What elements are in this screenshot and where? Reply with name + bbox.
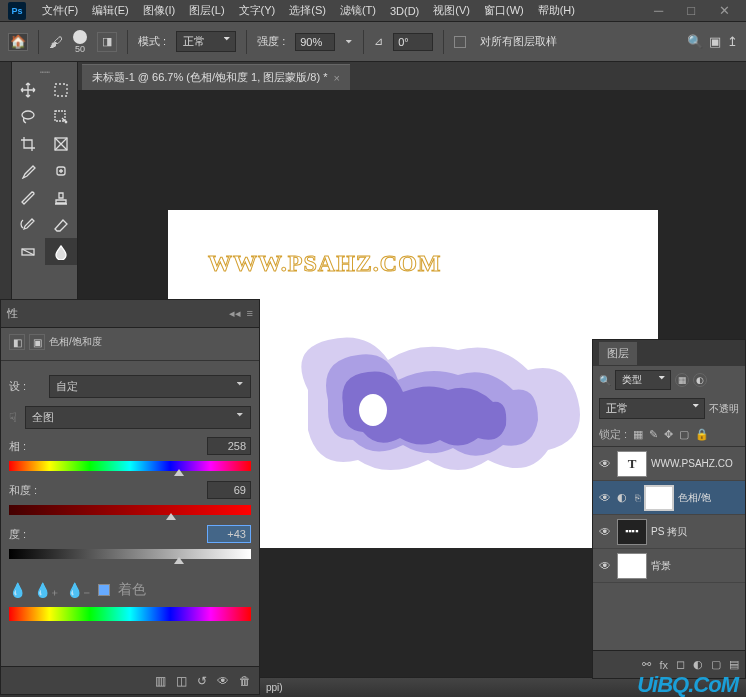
layer-name[interactable]: PS 拷贝 — [651, 525, 687, 539]
link-layers-icon[interactable]: ⚯ — [642, 658, 651, 671]
toolbox-grip[interactable]: ┅┅ — [12, 68, 77, 76]
svg-point-6 — [359, 394, 387, 426]
blur-tool[interactable] — [45, 238, 78, 265]
lightness-value[interactable]: +43 — [207, 525, 251, 543]
visibility-toggle[interactable]: 👁 — [597, 525, 613, 539]
delete-adjustment-icon[interactable]: 🗑 — [239, 674, 251, 688]
new-layer-icon[interactable]: ▤ — [729, 658, 739, 671]
strength-dropdown-icon[interactable]: ⏷ — [345, 37, 353, 46]
colorize-checkbox[interactable] — [98, 584, 110, 596]
layer-row[interactable]: 👁 背景 — [593, 549, 745, 583]
layer-row[interactable]: 👁 ◐ ⎘ 色相/饱 — [593, 481, 745, 515]
properties-tab[interactable]: 性 — [7, 306, 18, 321]
layer-name[interactable]: 背景 — [651, 559, 671, 573]
toggle-visibility-icon[interactable]: 👁 — [217, 674, 229, 688]
visibility-toggle[interactable]: 👁 — [597, 491, 613, 505]
layer-mask-thumb[interactable] — [644, 485, 674, 511]
visibility-toggle[interactable]: 👁 — [597, 457, 613, 471]
new-adjustment-icon[interactable]: ◐ — [693, 658, 703, 671]
eyedropper-sub-icon[interactable]: 💧₋ — [66, 582, 90, 598]
lock-position-icon[interactable]: ✥ — [664, 428, 673, 441]
lasso-tool[interactable] — [12, 103, 45, 130]
frame-tool[interactable] — [45, 130, 78, 157]
panel-menu-icon[interactable]: ≡ — [247, 307, 253, 320]
share-icon[interactable]: ↥ — [727, 34, 738, 49]
preset-dropdown[interactable]: 自定 — [49, 375, 251, 398]
move-tool[interactable] — [12, 76, 45, 103]
saturation-slider[interactable] — [9, 503, 251, 523]
link-icon[interactable]: ⎘ — [635, 493, 640, 503]
menu-view[interactable]: 视图(V) — [427, 1, 476, 20]
saturation-value[interactable]: 69 — [207, 481, 251, 499]
eyedropper-set-icon[interactable]: 💧 — [9, 582, 26, 598]
menu-select[interactable]: 选择(S) — [283, 1, 332, 20]
menu-window[interactable]: 窗口(W) — [478, 1, 530, 20]
menu-3d[interactable]: 3D(D) — [384, 3, 425, 19]
quick-select-tool[interactable] — [45, 103, 78, 130]
brush-preset-picker[interactable]: 50 — [73, 30, 87, 54]
menu-help[interactable]: 帮助(H) — [532, 1, 581, 20]
layer-name[interactable]: 色相/饱 — [678, 491, 711, 505]
lock-pixels-icon[interactable]: ▦ — [633, 428, 643, 441]
gradient-tool[interactable] — [12, 238, 45, 265]
strength-input[interactable]: 90% — [295, 33, 335, 51]
eraser-tool[interactable] — [45, 211, 78, 238]
healing-tool[interactable] — [45, 157, 78, 184]
range-dropdown[interactable]: 全图 — [25, 406, 251, 429]
crop-tool[interactable] — [12, 130, 45, 157]
close-tab-icon[interactable]: × — [334, 72, 340, 84]
new-group-icon[interactable]: ▢ — [711, 658, 721, 671]
menu-image[interactable]: 图像(I) — [137, 1, 181, 20]
sample-all-checkbox[interactable] — [454, 36, 466, 48]
lightness-slider[interactable] — [9, 547, 251, 567]
brush-tool[interactable] — [12, 184, 45, 211]
home-button[interactable]: 🏠 — [8, 33, 28, 51]
filter-adjust-icon[interactable]: ◐ — [693, 373, 707, 387]
layer-row[interactable]: 👁 T WWW.PSAHZ.CO — [593, 447, 745, 481]
angle-icon: ⊿ — [374, 35, 383, 48]
document-tab[interactable]: 未标题-1 @ 66.7% (色相/饱和度 1, 图层蒙版/8) * × — [82, 64, 350, 90]
maximize-button[interactable]: □ — [679, 1, 703, 20]
reset-icon[interactable]: ↺ — [197, 674, 207, 688]
history-brush-tool[interactable] — [12, 211, 45, 238]
clip-icon[interactable]: ▥ — [155, 674, 166, 688]
menu-edit[interactable]: 编辑(E) — [86, 1, 135, 20]
view-previous-icon[interactable]: ◫ — [176, 674, 187, 688]
menu-layer[interactable]: 图层(L) — [183, 1, 230, 20]
lock-paint-icon[interactable]: ✎ — [649, 428, 658, 441]
status-ppi: ppi) — [266, 682, 283, 693]
minimize-button[interactable]: ─ — [646, 1, 671, 20]
layers-tab[interactable]: 图层 — [599, 342, 637, 365]
marquee-tool[interactable] — [45, 76, 78, 103]
add-mask-icon[interactable]: ◻ — [676, 658, 685, 671]
menu-type[interactable]: 文字(Y) — [233, 1, 282, 20]
angle-input[interactable]: 0° — [393, 33, 433, 51]
stamp-tool[interactable] — [45, 184, 78, 211]
visibility-toggle[interactable]: 👁 — [597, 559, 613, 573]
close-button[interactable]: ✕ — [711, 1, 738, 20]
properties-footer: ▥ ◫ ↺ 👁 🗑 — [1, 666, 259, 694]
layer-row[interactable]: 👁 ᠁ PS 拷贝 — [593, 515, 745, 549]
layer-name[interactable]: WWW.PSAHZ.CO — [651, 458, 733, 469]
menu-file[interactable]: 文件(F) — [36, 1, 84, 20]
filter-pixel-icon[interactable]: ▦ — [675, 373, 689, 387]
layer-thumb — [617, 553, 647, 579]
panel-collapse-icon[interactable]: ◂◂ — [229, 307, 241, 320]
frame-icon[interactable]: ▣ — [709, 34, 721, 49]
brush-panel-toggle[interactable]: ◨ — [97, 32, 117, 52]
target-icon[interactable]: ☟ — [9, 410, 17, 425]
lock-all-icon[interactable]: 🔒 — [695, 428, 709, 441]
eyedropper-add-icon[interactable]: 💧₊ — [34, 582, 58, 598]
hue-slider[interactable] — [9, 459, 251, 479]
blend-mode-dropdown[interactable]: 正常 — [599, 398, 705, 419]
eyedropper-tool[interactable] — [12, 157, 45, 184]
hue-strip — [9, 607, 251, 621]
mode-dropdown[interactable]: 正常 — [176, 31, 236, 52]
search-icon[interactable]: 🔍 — [687, 34, 703, 49]
layer-fx-icon[interactable]: fx — [659, 659, 668, 671]
hue-value[interactable]: 258 — [207, 437, 251, 455]
menu-filter[interactable]: 滤镜(T) — [334, 1, 382, 20]
filter-search-icon[interactable]: 🔍 — [599, 375, 611, 386]
lock-artboard-icon[interactable]: ▢ — [679, 428, 689, 441]
filter-type-dropdown[interactable]: 类型 — [615, 370, 671, 390]
